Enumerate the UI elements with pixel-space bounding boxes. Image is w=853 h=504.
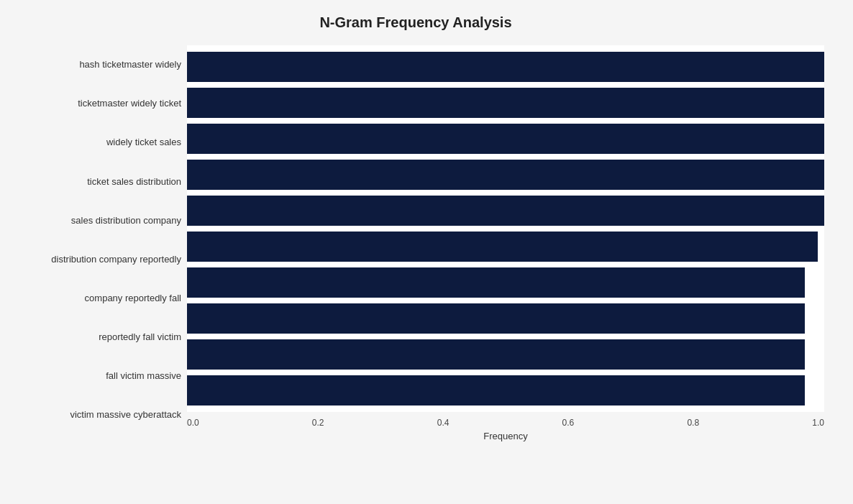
y-label: widely ticket sales	[106, 124, 181, 160]
bar-row	[187, 265, 824, 301]
bar	[187, 196, 824, 226]
x-tick: 0.0	[187, 418, 199, 428]
bar-row	[187, 49, 824, 85]
y-label: ticketmaster widely ticket	[78, 86, 181, 122]
y-label: victim massive cyberattack	[70, 397, 181, 433]
bar-row	[187, 372, 824, 408]
bar	[187, 267, 805, 298]
bar-row	[187, 336, 824, 372]
bar	[187, 160, 824, 190]
bar	[187, 339, 805, 370]
y-label: reportedly fall victim	[99, 319, 181, 355]
bar-row	[187, 157, 824, 193]
bar-row	[187, 229, 824, 265]
chart-area: hash ticketmaster widelyticketmaster wid…	[7, 45, 824, 434]
y-label: fall victim massive	[106, 358, 181, 394]
chart-container: N-Gram Frequency Analysis hash ticketmas…	[0, 0, 853, 504]
y-label: ticket sales distribution	[87, 163, 181, 199]
bar-row	[187, 301, 824, 336]
bar	[187, 124, 824, 154]
y-label: hash ticketmaster widely	[79, 47, 181, 83]
x-tick: 0.8	[687, 418, 699, 428]
x-tick: 0.4	[437, 418, 450, 428]
y-axis: hash ticketmaster widelyticketmaster wid…	[7, 45, 187, 434]
bar	[187, 232, 818, 262]
bar-row	[187, 85, 824, 121]
chart-title: N-Gram Frequency Analysis	[7, 14, 824, 31]
bars-area	[187, 45, 824, 412]
bar	[187, 88, 824, 118]
y-label: sales distribution company	[71, 202, 181, 238]
bar	[187, 375, 805, 406]
x-axis-label: Frequency	[187, 431, 824, 441]
bars-and-x: 0.00.20.40.60.81.0 Frequency	[187, 45, 824, 434]
bar	[187, 303, 805, 334]
bar	[187, 52, 824, 82]
bar-row	[187, 121, 824, 157]
bar-row	[187, 193, 824, 229]
x-axis: 0.00.20.40.60.81.0	[187, 412, 824, 428]
y-label: distribution company reportedly	[51, 242, 181, 278]
x-tick: 0.6	[562, 418, 575, 428]
y-label: company reportedly fall	[85, 280, 181, 316]
x-tick: 0.2	[312, 418, 324, 428]
x-tick: 1.0	[812, 418, 824, 428]
